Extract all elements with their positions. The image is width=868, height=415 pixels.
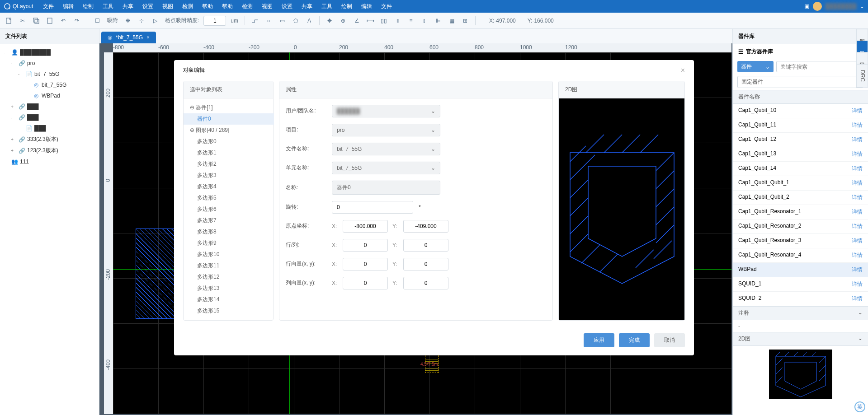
rowcol-y-input[interactable] — [403, 239, 448, 252]
prop-unit-label: 单元名称: — [286, 164, 326, 172]
svg-line-34 — [654, 241, 672, 259]
obj-item[interactable]: 多边形0 — [184, 136, 274, 147]
prop-project-dropdown[interactable]: pro⌄ — [332, 124, 440, 136]
prop-file-label: 文件名称: — [286, 145, 326, 153]
prop-rowcol-label: 行/列: — [286, 241, 326, 249]
obj-group[interactable]: ⊖ 器件[1] — [184, 102, 274, 113]
prop-name-field: 器件0 — [332, 181, 440, 195]
svg-line-30 — [656, 225, 674, 243]
obj-item[interactable]: 多边形1 — [184, 147, 274, 159]
obj-item[interactable]: 多边形10 — [184, 249, 274, 260]
ok-button[interactable]: 完成 — [619, 333, 650, 347]
obj-item[interactable]: 多边形4 — [184, 181, 274, 192]
apply-button[interactable]: 应用 — [584, 333, 614, 347]
svg-line-33 — [636, 250, 654, 268]
modal-overlay: 对象编辑 × 选中对象列表 ⊖ 器件[1]器件0⊖ 图形[40 / 289]多边… — [0, 0, 868, 415]
svg-line-24 — [622, 135, 640, 153]
svg-line-22 — [586, 135, 604, 153]
obj-item[interactable]: 多边形6 — [184, 204, 274, 215]
properties-panel: 属性 用户/团队名:██████⌄ 项目:pro⌄ 文件名称:bit_7_55G… — [279, 81, 553, 321]
obj-item[interactable]: 多边形15 — [184, 305, 274, 317]
svg-line-19 — [570, 198, 588, 216]
svg-line-32 — [599, 254, 618, 272]
properties-header: 属性 — [279, 81, 552, 98]
obj-item[interactable]: 多边形3 — [184, 170, 274, 181]
prop-rotate-input[interactable] — [332, 201, 413, 214]
modal-close-icon[interactable]: × — [681, 66, 685, 75]
obj-item[interactable]: 多边形13 — [184, 283, 274, 294]
origin-y-input[interactable] — [403, 220, 448, 233]
prop-file-dropdown[interactable]: bit_7_55G⌄ — [332, 143, 440, 155]
preview-header: 2D图 — [559, 81, 684, 98]
object-list-panel: 选中对象列表 ⊖ 器件[1]器件0⊖ 图形[40 / 289]多边形0多边形1多… — [183, 81, 274, 321]
svg-line-26 — [656, 153, 674, 171]
colvec-x-input[interactable] — [343, 277, 388, 289]
svg-line-18 — [570, 180, 588, 198]
rowcol-x-input[interactable] — [343, 239, 388, 252]
svg-line-21 — [570, 234, 588, 252]
obj-item[interactable]: 器件0 — [184, 113, 274, 125]
prop-project-label: 项目: — [286, 126, 326, 134]
svg-line-17 — [570, 155, 595, 180]
object-edit-modal: 对象编辑 × 选中对象列表 ⊖ 器件[1]器件0⊖ 图形[40 / 289]多边… — [174, 60, 694, 355]
object-list-header: 选中对象列表 — [184, 81, 273, 98]
obj-item[interactable]: 多边形9 — [184, 238, 274, 249]
prop-unit-dropdown[interactable]: bit_7_55G⌄ — [332, 162, 440, 174]
chevron-down-icon: ⌄ — [431, 165, 435, 171]
rotate-unit: ° — [419, 204, 421, 210]
svg-line-29 — [656, 207, 674, 225]
preview-panel: 2D图 — [558, 81, 685, 321]
chevron-down-icon: ⌄ — [431, 108, 435, 114]
obj-item[interactable]: 多边形2 — [184, 159, 274, 170]
obj-item[interactable]: 多边形8 — [184, 226, 274, 238]
obj-item[interactable]: 多边形11 — [184, 260, 274, 271]
obj-group[interactable]: ⊖ 图形[40 / 289] — [184, 125, 274, 136]
svg-line-31 — [581, 245, 599, 263]
prop-rotate-label: 旋转: — [286, 203, 326, 211]
colvec-y-input[interactable] — [403, 277, 448, 289]
modal-title: 对象编辑 — [183, 66, 205, 74]
prop-user-label: 用户/团队名: — [286, 107, 326, 115]
cancel-button[interactable]: 取消 — [654, 333, 685, 347]
rowvec-y-input[interactable] — [403, 258, 448, 270]
svg-line-20 — [570, 216, 588, 234]
svg-line-28 — [656, 189, 674, 207]
object-list: ⊖ 器件[1]器件0⊖ 图形[40 / 289]多边形0多边形1多边形2多边形3… — [184, 98, 274, 320]
prop-name-label: 名称: — [286, 184, 326, 191]
svg-line-27 — [656, 171, 674, 189]
chevron-down-icon: ⌄ — [431, 127, 435, 133]
prop-user-dropdown[interactable]: ██████⌄ — [332, 105, 440, 117]
prop-colvec-label: 列向量(x, y): — [286, 279, 326, 287]
preview-canvas — [559, 98, 684, 320]
obj-item[interactable]: 多边形5 — [184, 192, 274, 204]
svg-line-16 — [570, 146, 586, 162]
origin-x-input[interactable] — [343, 220, 388, 233]
prop-origin-label: 原点坐标: — [286, 222, 326, 230]
chevron-down-icon: ⌄ — [431, 146, 435, 152]
rowvec-x-input[interactable] — [343, 258, 388, 270]
obj-item[interactable]: 多边形7 — [184, 215, 274, 226]
svg-line-23 — [604, 135, 622, 153]
prop-rowvec-label: 行向量(x, y): — [286, 260, 326, 268]
svg-line-25 — [640, 135, 658, 153]
obj-item[interactable]: 多边形12 — [184, 271, 274, 283]
obj-item[interactable]: 多边形14 — [184, 294, 274, 305]
